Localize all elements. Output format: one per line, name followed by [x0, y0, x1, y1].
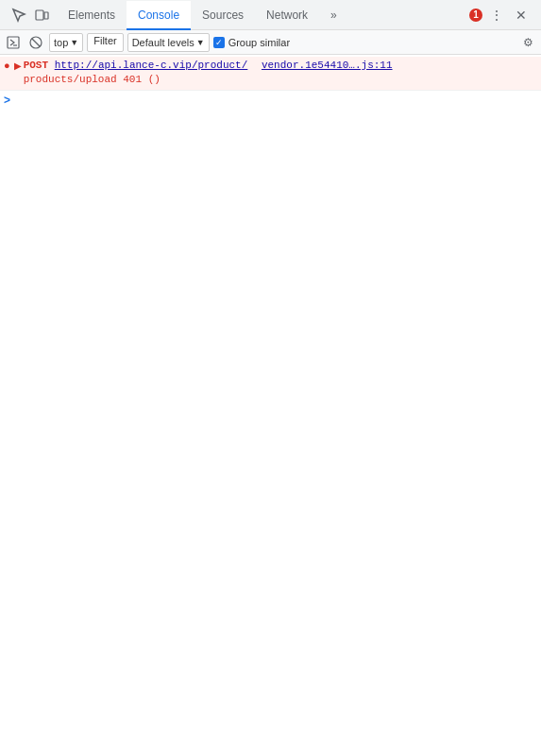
prompt-caret-icon: > — [4, 94, 10, 107]
console-error-entry: ● ▶ POST http://api.lance-c.vip/product/… — [0, 57, 541, 91]
group-similar-checkbox[interactable]: ✓ Group similar — [213, 37, 290, 48]
more-options-button[interactable]: ⋮ — [486, 5, 507, 26]
clear-console-icon[interactable] — [26, 33, 45, 52]
svg-line-5 — [32, 39, 40, 46]
tab-bar-right: 1 ⋮ ✕ — [464, 5, 537, 26]
device-emulation-icon[interactable] — [32, 6, 51, 25]
tab-bar: Elements Console Sources Network » 1 ⋮ ✕ — [0, 0, 541, 30]
error-badge: 1 — [469, 9, 482, 22]
tab-elements[interactable]: Elements — [57, 1, 127, 30]
tab-sources[interactable]: Sources — [191, 1, 255, 30]
svg-rect-1 — [44, 12, 48, 19]
filter-button[interactable]: Filter — [87, 33, 123, 52]
checkbox-checked-icon: ✓ — [213, 37, 225, 48]
http-method: POST — [24, 60, 55, 71]
context-selector[interactable]: top ▼ — [49, 33, 83, 52]
svg-rect-0 — [36, 10, 43, 20]
devtools-icons — [4, 6, 57, 25]
console-entry-content: POST http://api.lance-c.vip/product/ ven… — [24, 59, 537, 88]
tab-console[interactable]: Console — [127, 1, 191, 30]
console-toolbar: top ▼ Filter Default levels ▼ ✓ Group si… — [0, 30, 541, 55]
expand-icon[interactable]: ▶ — [14, 60, 22, 71]
main-content: top ▼ Filter Default levels ▼ ✓ Group si… — [0, 30, 541, 756]
inspect-element-icon[interactable] — [9, 6, 28, 25]
close-devtools-button[interactable]: ✕ — [511, 5, 532, 26]
error-icon: ● — [4, 60, 10, 71]
log-level-selector[interactable]: Default levels ▼ — [127, 33, 210, 52]
settings-icon[interactable]: ⚙ — [518, 33, 537, 52]
tab-more[interactable]: » — [319, 1, 348, 30]
execute-script-icon[interactable] — [4, 33, 23, 52]
tab-network[interactable]: Network — [255, 1, 319, 30]
error-count: 1 — [469, 9, 482, 22]
error-detail: products/upload 401 () — [24, 74, 161, 85]
tabs-container: Elements Console Sources Network » — [57, 0, 464, 29]
request-url[interactable]: http://api.lance-c.vip/product/ — [55, 60, 248, 71]
chevron-down-icon: ▼ — [70, 38, 78, 47]
console-prompt[interactable]: > — [0, 91, 541, 110]
console-output: ● ▶ POST http://api.lance-c.vip/product/… — [0, 55, 541, 756]
chevron-down-icon: ▼ — [196, 38, 205, 47]
source-link[interactable]: vendor.1e54410….js:11 — [254, 60, 393, 71]
